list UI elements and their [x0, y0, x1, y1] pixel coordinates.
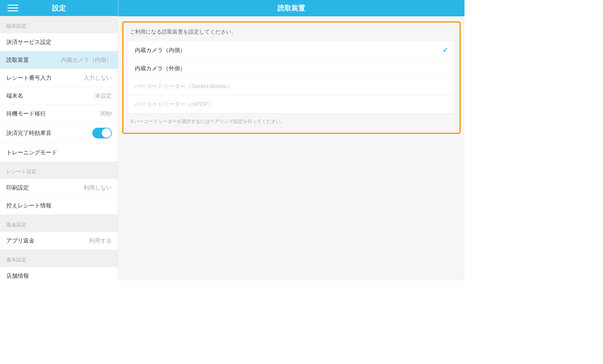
sidebar-item-label: 印刷設定: [6, 184, 29, 191]
sidebar-item-value: 内蔵カメラ（内側）: [61, 56, 112, 64]
sidebar-item-value: 未設定: [95, 92, 112, 99]
section-header: 端末設定: [0, 16, 118, 33]
sidebar-item-label: 決済完了時効果音: [6, 129, 52, 137]
reader-option-label: バーコードリーダー（mPOP）: [135, 100, 214, 108]
sidebar-item-value: 利用しない: [84, 184, 112, 191]
sidebar-item[interactable]: 控えレシート情報: [0, 197, 118, 215]
section-header: 返金設定: [0, 215, 118, 232]
reader-option-label: 内蔵カメラ（内側）: [135, 46, 186, 54]
section-header: 基本設定: [0, 250, 118, 267]
main-header: 読取装置: [118, 0, 464, 16]
sidebar-item[interactable]: 待機モード移行30秒: [0, 105, 118, 123]
reader-option-label: バーコードリーダー（Socket Mobile）: [135, 83, 232, 90]
sidebar-item-label: 控えレシート情報: [6, 202, 52, 209]
sidebar-list: 端末設定決済サービス設定読取装置内蔵カメラ（内側）レシート番号入力入力しない端末…: [0, 16, 118, 281]
reader-option[interactable]: 内蔵カメラ（内側）✓: [128, 41, 455, 60]
section-header: レシート設定: [0, 162, 118, 179]
sidebar-item-label: 端末名: [6, 92, 23, 99]
sidebar-item-label: アプリ返金: [6, 237, 35, 244]
sidebar: 設定 端末設定決済サービス設定読取装置内蔵カメラ（内側）レシート番号入力入力しな…: [0, 0, 118, 281]
sidebar-item[interactable]: アプリ返金利用する: [0, 232, 118, 250]
sidebar-item-value: 入力しない: [84, 74, 112, 82]
sidebar-item-label: トレーニングモード: [6, 149, 57, 156]
sidebar-item-label: レシート番号入力: [6, 74, 52, 82]
sidebar-item[interactable]: 印刷設定利用しない: [0, 179, 118, 197]
sidebar-item[interactable]: レシート番号入力入力しない: [0, 69, 118, 87]
reader-option: バーコードリーダー（Socket Mobile）: [128, 78, 455, 95]
menu-icon[interactable]: [8, 5, 18, 11]
sidebar-item-label: 読取装置: [6, 56, 29, 64]
sidebar-item-value: 利用する: [89, 237, 112, 244]
sidebar-item-value: 30秒: [100, 110, 112, 117]
reader-option-label: 内蔵カメラ（外側）: [135, 65, 186, 72]
sidebar-item[interactable]: 決済サービス設定: [0, 33, 118, 51]
reader-option-list: 内蔵カメラ（内側）✓内蔵カメラ（外側）バーコードリーダー（Socket Mobi…: [128, 41, 455, 113]
toggle-switch[interactable]: [92, 128, 112, 138]
sidebar-item-label: 待機モード移行: [6, 110, 46, 117]
sidebar-item-label: 店舗情報: [6, 272, 29, 280]
sidebar-item[interactable]: トレーニングモード: [0, 144, 118, 162]
sidebar-header: 設定: [0, 0, 118, 16]
sidebar-item[interactable]: 端末名未設定: [0, 87, 118, 105]
reader-option: バーコードリーダー（mPOP）: [128, 95, 455, 113]
main-panel: 読取装置 ご利用になる読取装置を設定してください。 内蔵カメラ（内側）✓内蔵カメ…: [118, 0, 464, 281]
reader-option[interactable]: 内蔵カメラ（外側）: [128, 60, 455, 78]
pairing-note: ※バーコードリーダーを選択するにはペアリング設定を行ってください。: [128, 113, 455, 125]
check-icon: ✓: [443, 46, 448, 54]
content: ご利用になる読取装置を設定してください。 内蔵カメラ（内側）✓内蔵カメラ（外側）…: [118, 16, 464, 139]
highlight-box: ご利用になる読取装置を設定してください。 内蔵カメラ（内側）✓内蔵カメラ（外側）…: [122, 21, 461, 134]
page-title: 読取装置: [278, 3, 305, 13]
sidebar-item-label: 決済サービス設定: [6, 38, 52, 46]
sidebar-item[interactable]: 店舗情報: [0, 267, 118, 281]
instruction-text: ご利用になる読取装置を設定してください。: [128, 26, 455, 41]
sidebar-item[interactable]: 読取装置内蔵カメラ（内側）: [0, 51, 118, 69]
sidebar-item[interactable]: 決済完了時効果音: [0, 123, 118, 144]
